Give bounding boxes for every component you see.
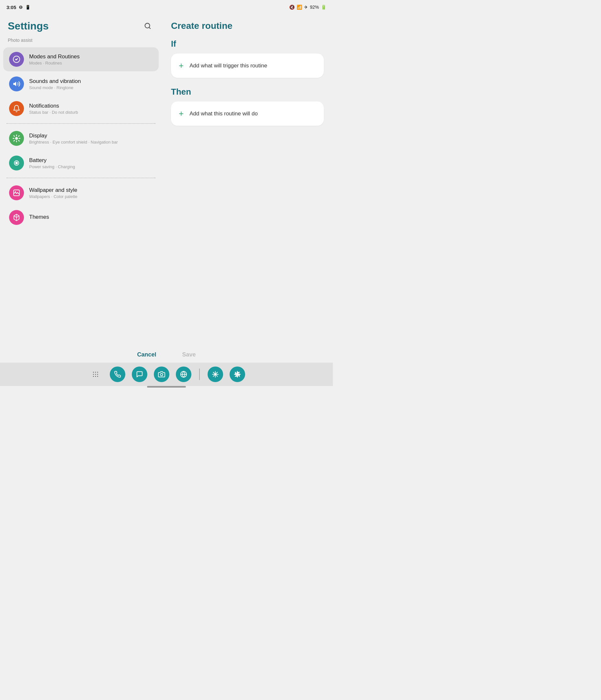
modes-routines-title: Modes and Routines [29,53,80,60]
svg-line-8 [19,140,19,141]
wifi-icon: 📶 [296,4,302,10]
photo-assist-label: Photo assist [0,38,162,47]
display-subtitle: Brightness · Eye comfort shield · Naviga… [29,140,118,145]
svg-point-16 [15,191,16,192]
sidebar-item-themes[interactable]: Themes [3,205,159,229]
wallpaper-icon [9,185,24,200]
save-button[interactable]: Save [182,351,195,358]
status-bar: 3:05 ⊖ 📱 🔇 📶 ✈ 92% 🔋 [0,0,333,13]
mute-icon: 🔇 [289,4,295,10]
home-indicator [147,386,186,388]
svg-point-17 [93,372,94,373]
divider-1 [6,123,155,124]
svg-line-7 [14,136,15,136]
right-panel: Create routine If + Add what will trigge… [162,13,333,363]
grid-icon[interactable] [88,367,103,382]
main-content: Settings Photo assist Modes and Routines… [0,13,333,363]
svg-point-21 [95,374,96,375]
wallpaper-subtitle: Wallpapers · Color palette [29,194,77,199]
status-left: 3:05 ⊖ 📱 [6,4,30,10]
chat-nav-icon[interactable] [132,367,147,382]
add-trigger-text: Add what will trigger this routine [189,62,267,70]
modes-routines-icon [9,52,24,67]
svg-line-12 [19,136,19,136]
sidebar-item-notifications[interactable]: Notifications Status bar · Do not distur… [3,97,159,121]
battery-percent: 92% [310,4,319,10]
svg-line-11 [14,140,15,141]
sidebar-item-wallpaper[interactable]: Wallpaper and style Wallpapers · Color p… [3,181,159,205]
themes-icon [9,210,24,225]
svg-marker-3 [13,82,16,86]
notifications-subtitle: Status bar · Do not disturb [29,110,78,115]
modes-routines-text: Modes and Routines Modes · Routines [29,53,80,66]
battery-icon: 🔋 [321,4,326,10]
svg-point-14 [16,162,18,164]
bottom-section: Cancel Save [0,347,333,389]
nav-bar [0,362,333,386]
wallpaper-title: Wallpaper and style [29,187,77,194]
phone-status-icon: 📱 [25,5,30,10]
themes-text: Themes [29,214,49,221]
sounds-icon [9,76,24,92]
divider-2 [6,178,155,178]
airplane-icon: ✈ [304,4,308,10]
battery-subtitle: Power saving · Charging [29,164,75,169]
display-text: Display Brightness · Eye comfort shield … [29,132,118,145]
sidebar-item-battery[interactable]: Battery Power saving · Charging [3,151,159,175]
add-action-card[interactable]: + Add what this routine will do [171,101,324,126]
svg-point-19 [97,372,98,373]
cancel-button[interactable]: Cancel [137,351,156,358]
sounds-text: Sounds and vibration Sound mode · Ringto… [29,78,81,90]
display-title: Display [29,132,118,139]
then-label: Then [171,87,324,97]
svg-point-25 [97,376,98,377]
settings-title: Settings [8,20,49,32]
nav-divider [199,369,200,380]
sidebar-item-display[interactable]: Display Brightness · Eye comfort shield … [3,126,159,150]
action-bar: Cancel Save [0,347,333,362]
camera-nav-icon[interactable] [154,367,169,382]
svg-point-4 [15,137,18,140]
svg-point-22 [97,374,98,375]
time-display: 3:05 [6,4,16,10]
phone-nav-icon[interactable] [110,367,125,382]
add-action-text: Add what this routine will do [189,110,258,118]
fan-nav-icon[interactable] [208,367,223,382]
display-icon [9,131,24,146]
svg-line-1 [149,27,150,28]
battery-setting-icon [9,155,24,171]
themes-title: Themes [29,214,49,220]
sounds-title: Sounds and vibration [29,78,81,84]
svg-point-23 [93,376,94,377]
battery-text: Battery Power saving · Charging [29,157,75,169]
sidebar-item-sounds[interactable]: Sounds and vibration Sound mode · Ringto… [3,72,159,96]
if-label: If [171,39,324,49]
routine-title: Create routine [171,21,324,31]
sidebar-item-modes-routines[interactable]: Modes and Routines Modes · Routines [3,47,159,71]
wallpaper-text: Wallpaper and style Wallpapers · Color p… [29,187,77,199]
settings-header: Settings [0,20,162,38]
browser-nav-icon[interactable] [176,367,191,382]
add-trigger-plus-icon: + [179,60,184,71]
svg-point-20 [93,374,94,375]
svg-point-26 [160,373,162,376]
svg-point-24 [95,376,96,377]
sounds-subtitle: Sound mode · Ringtone [29,85,81,90]
notifications-text: Notifications Status bar · Do not distur… [29,103,78,115]
left-panel: Settings Photo assist Modes and Routines… [0,13,162,363]
notifications-title: Notifications [29,103,78,109]
modes-routines-subtitle: Modes · Routines [29,60,80,66]
add-trigger-card[interactable]: + Add what will trigger this routine [171,53,324,78]
flower-nav-icon[interactable] [230,367,245,382]
svg-point-33 [215,374,216,375]
status-right: 🔇 📶 ✈ 92% 🔋 [289,4,326,10]
add-action-plus-icon: + [179,108,184,119]
svg-point-18 [95,372,96,373]
minus-icon: ⊖ [19,4,23,10]
search-button[interactable] [141,20,154,32]
battery-title: Battery [29,157,75,164]
notifications-icon [9,101,24,116]
